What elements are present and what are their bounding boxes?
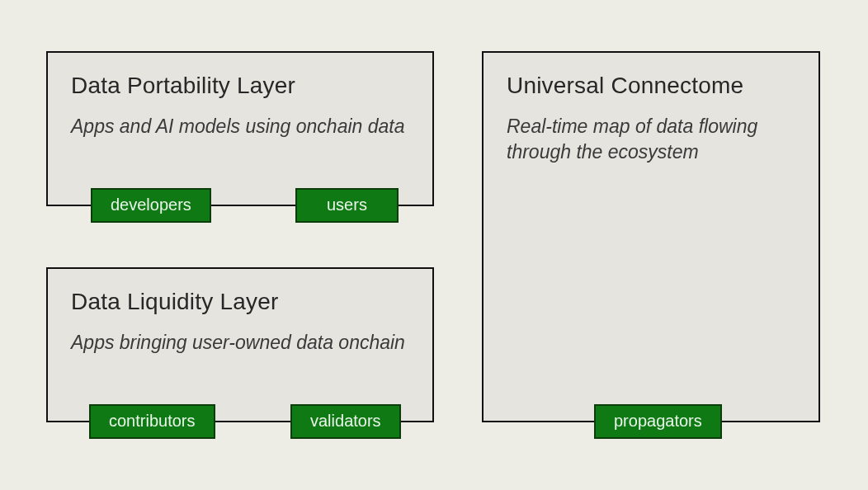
- box-data-liquidity-layer: Data Liquidity Layer Apps bringing user-…: [46, 267, 434, 422]
- box-description: Real-time map of data flowing through th…: [507, 114, 795, 165]
- box-title: Data Portability Layer: [71, 73, 409, 99]
- box-data-portability-layer: Data Portability Layer Apps and AI model…: [46, 51, 434, 206]
- tag-developers: developers: [91, 188, 211, 223]
- tag-validators: validators: [290, 404, 401, 439]
- diagram-canvas: Data Portability Layer Apps and AI model…: [0, 0, 868, 490]
- box-description: Apps and AI models using onchain data: [71, 114, 409, 139]
- box-title: Data Liquidity Layer: [71, 289, 409, 315]
- tag-users: users: [295, 188, 399, 223]
- box-universal-connectome: Universal Connectome Real-time map of da…: [482, 51, 820, 422]
- tag-contributors: contributors: [89, 404, 215, 439]
- tag-propagators: propagators: [594, 404, 722, 439]
- box-description: Apps bringing user-owned data onchain: [71, 330, 409, 356]
- box-title: Universal Connectome: [507, 73, 795, 99]
